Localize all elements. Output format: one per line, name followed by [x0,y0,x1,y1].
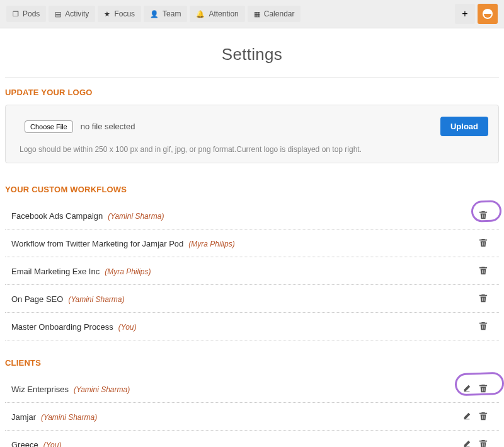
add-button[interactable]: + [455,4,475,24]
nav-tab-label: Team [163,9,181,18]
trash-icon [479,266,488,275]
delete-client-button[interactable] [478,410,489,424]
nav-tabs: ❐ Pods ▤ Activity ★ Focus 👤 Team 🔔 Atten… [6,6,452,22]
row-actions [461,438,498,447]
plus-icon: + [462,8,467,20]
client-title: Wiz Enterprises [11,385,69,394]
activity-icon: ▤ [55,11,61,18]
trash-icon [479,439,488,447]
edit-client-button[interactable] [461,383,472,396]
workflow-title: On Page SEO [11,294,63,304]
client-owner: (You) [43,441,62,448]
workflow-owner: (Myra Philips) [105,267,151,276]
workflow-row: Master Onboarding Process (You) [5,313,499,340]
upload-row: Choose File no file selected Upload [16,117,488,136]
section-heading-clients: CLIENTS [5,358,499,368]
trash-icon [479,294,488,303]
nav-tab-attention[interactable]: 🔔 Attention [190,6,244,22]
client-row: Jamjar (Yamini Sharma) [5,403,499,431]
edit-icon [462,384,471,393]
delete-client-button[interactable] [478,438,489,447]
top-navbar: ❐ Pods ▤ Activity ★ Focus 👤 Team 🔔 Atten… [0,0,504,28]
row-actions [478,237,498,250]
star-icon: ★ [104,11,110,18]
nav-tab-focus[interactable]: ★ Focus [98,6,141,22]
workflows-list: Facebook Ads Campaign (Yamini Sharma) Wo… [5,202,499,340]
nav-tab-label: Activity [65,9,89,18]
trash-icon [479,384,488,393]
nav-tab-activity[interactable]: ▤ Activity [49,6,95,22]
trash-icon [479,238,488,247]
client-owner: (Yamini Sharma) [74,385,130,394]
bell-icon: 🔔 [196,11,205,18]
divider [5,77,499,78]
page-title: Settings [5,45,499,64]
workflow-row: Email Marketing Exe Inc (Myra Philips) [5,257,499,285]
row-actions [478,209,498,223]
workflow-owner: (Myra Philips) [188,240,234,248]
row-actions [461,383,498,396]
delete-client-button[interactable] [478,383,489,396]
delete-workflow-button[interactable] [478,265,489,278]
workflow-title: Email Marketing Exe Inc [11,267,100,276]
client-row: Greece (You) [5,431,499,447]
trash-icon [479,322,488,330]
edit-icon [462,412,471,421]
upload-button[interactable]: Upload [440,117,488,136]
nav-tab-label: Focus [114,9,135,18]
nav-tab-pods[interactable]: ❐ Pods [6,6,46,22]
row-actions [461,410,498,424]
edit-icon [462,439,471,447]
app-logo-button[interactable] [478,4,498,24]
delete-workflow-button[interactable] [478,320,489,334]
workflow-owner: (Yamini Sharma) [108,212,164,221]
workflow-title: Facebook Ads Campaign [11,211,103,221]
workflow-row: On Page SEO (Yamini Sharma) [5,285,499,313]
calendar-icon: ▦ [254,11,260,18]
nav-tab-label: Calendar [264,9,295,18]
workflow-title: Workflow from Twitter Marketing for Jamj… [11,239,183,248]
page-container: Settings UPDATE YOUR LOGO Choose File no… [0,45,504,447]
delete-workflow-button[interactable] [478,237,489,250]
trash-icon [479,412,488,421]
client-title: Jamjar [11,412,36,422]
workflow-title: Master Onboarding Process [11,322,113,332]
client-row: Wiz Enterprises (Yamini Sharma) [5,375,499,403]
logo-hint-text: Logo should be within 250 x 100 px and i… [16,145,488,154]
workflow-owner: (Yamini Sharma) [68,295,124,304]
row-actions [478,265,498,278]
nav-right-actions: + [455,4,498,24]
delete-workflow-button[interactable] [478,293,489,306]
pods-icon: ❐ [13,11,19,18]
file-status-text: no file selected [81,122,135,131]
clients-list: Wiz Enterprises (Yamini Sharma) Jamjar (… [5,375,499,447]
app-logo-icon [483,9,493,19]
client-owner: (Yamini Sharma) [41,413,97,422]
logo-upload-panel: Choose File no file selected Upload Logo… [5,105,499,163]
edit-client-button[interactable] [461,438,472,447]
nav-tab-team[interactable]: 👤 Team [144,6,187,22]
workflow-owner: (You) [118,323,137,332]
nav-tab-label: Pods [23,9,40,18]
section-heading-logo: UPDATE YOUR LOGO [5,88,499,97]
choose-file-button[interactable]: Choose File [25,120,73,133]
row-actions [478,320,498,334]
trash-icon [479,211,488,219]
person-icon: 👤 [150,11,159,18]
nav-tab-label: Attention [209,9,238,18]
workflow-row: Workflow from Twitter Marketing for Jamj… [5,229,499,257]
nav-tab-calendar[interactable]: ▦ Calendar [248,6,301,22]
section-heading-workflows: YOUR CUSTOM WORKFLOWS [5,185,499,194]
edit-client-button[interactable] [461,410,472,424]
delete-workflow-button[interactable] [478,209,489,223]
row-actions [478,293,498,306]
workflow-row: Facebook Ads Campaign (Yamini Sharma) [5,202,499,229]
client-title: Greece [11,440,38,447]
